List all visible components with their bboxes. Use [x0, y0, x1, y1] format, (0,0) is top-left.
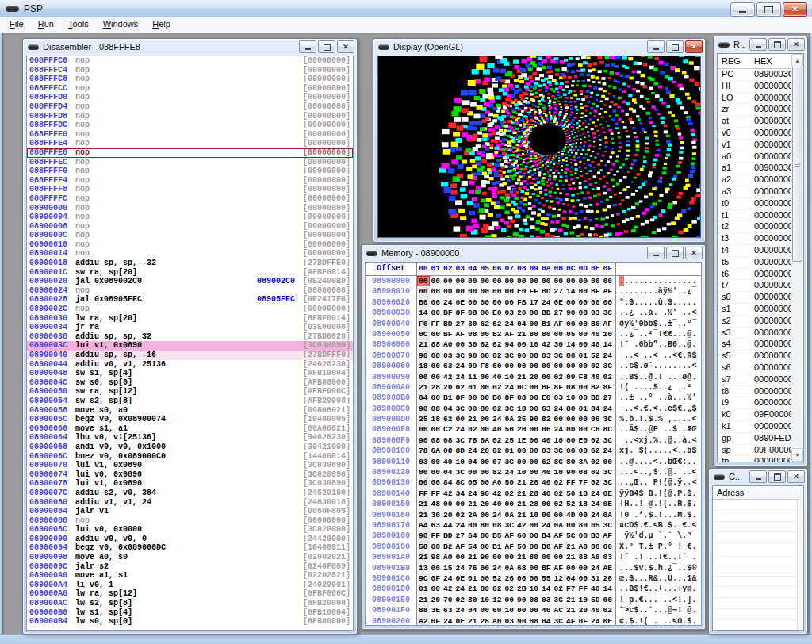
byte-cell[interactable]: 94	[504, 339, 516, 350]
byte-cell[interactable]: 00	[528, 276, 541, 286]
byte-cell[interactable]: 08	[442, 446, 454, 456]
byte-cell[interactable]: 00	[528, 319, 541, 329]
byte-cell[interactable]: 14	[540, 584, 553, 594]
byte-cell[interactable]: 90	[466, 351, 479, 361]
byte-cell[interactable]: E0	[577, 435, 590, 446]
disasm-row[interactable]: 089000AClw s2, sp[8][8FB20008]	[27, 599, 353, 608]
byte-cell[interactable]: 00	[602, 542, 615, 552]
byte-cell[interactable]: 00	[528, 361, 541, 371]
register-row[interactable]: k100000000	[718, 421, 791, 433]
byte-cell[interactable]: 90	[515, 616, 528, 627]
byte-cell[interactable]: 02	[454, 595, 467, 605]
ascii-char[interactable]: ®	[691, 563, 696, 573]
byte-cell[interactable]: 78	[417, 446, 430, 456]
byte-cell[interactable]: 01	[466, 382, 479, 393]
byte-cell[interactable]: 10	[504, 605, 516, 615]
memory-row-address[interactable]: 08900060	[366, 339, 416, 350]
disasm-row[interactable]: 08900078lui v1, 0x0890[3C030890]	[27, 479, 353, 489]
register-row[interactable]: sp09F00000	[718, 445, 791, 457]
byte-cell[interactable]: AF	[504, 329, 516, 339]
byte-cell[interactable]: 00	[504, 499, 516, 509]
byte-cell[interactable]: 00	[565, 414, 577, 424]
byte-cell[interactable]: 08	[479, 351, 492, 361]
disasm-row[interactable]: 08900070lui v1, 0x0890[3C030890]	[27, 461, 353, 470]
register-row[interactable]: t900000000	[718, 397, 791, 409]
byte-cell[interactable]: 3C	[454, 351, 467, 361]
byte-cell[interactable]: 28	[479, 446, 492, 456]
byte-cell[interactable]: 21	[466, 584, 479, 594]
disasm-row[interactable]: 08900054sw s2, sp[8][AFB20008]	[27, 397, 353, 406]
byte-cell[interactable]: 03	[442, 351, 454, 361]
byte-cell[interactable]: 02	[589, 361, 602, 371]
maximize-button[interactable]	[756, 2, 781, 17]
byte-cell[interactable]: 3C	[454, 435, 467, 446]
byte-cell[interactable]: 00	[504, 276, 516, 286]
byte-cell[interactable]: FF	[430, 489, 442, 499]
disasm-row[interactable]: 0890000Cnop[00000000]	[27, 231, 353, 240]
byte-cell[interactable]: A0	[491, 477, 504, 488]
memory-row-address[interactable]: 08900120	[366, 467, 416, 477]
byte-cell[interactable]: 00	[589, 276, 602, 286]
byte-cell[interactable]: 00	[577, 446, 590, 456]
byte-cell[interactable]: 01	[417, 584, 430, 594]
byte-cell[interactable]: 00	[417, 467, 430, 477]
byte-cell[interactable]: 03	[504, 616, 516, 627]
register-row[interactable]: t400000000	[718, 245, 791, 257]
byte-cell[interactable]: 03	[504, 308, 516, 318]
byte-cell[interactable]: 21	[515, 499, 528, 509]
byte-cell[interactable]: 00	[466, 404, 479, 414]
disasm-row[interactable]: 089000A8lw ra, sp[12][8FBF000C]	[27, 589, 353, 599]
byte-cell[interactable]: 04	[565, 573, 577, 584]
byte-cell[interactable]: AF	[504, 542, 516, 552]
byte-cell[interactable]: 00	[479, 329, 492, 339]
byte-cell[interactable]: 00	[540, 276, 553, 286]
callstack-titlebar[interactable]: C.. ✕	[709, 469, 807, 485]
byte-cell[interactable]: 24	[454, 372, 467, 382]
memory-row-address[interactable]: 08900160	[366, 510, 416, 520]
byte-cell[interactable]: 42	[515, 520, 528, 531]
byte-cell[interactable]: 21	[515, 372, 528, 382]
byte-cell[interactable]: 00	[528, 435, 541, 446]
byte-cell[interactable]: 00	[515, 457, 528, 467]
byte-cell[interactable]: 62	[479, 339, 492, 350]
byte-cell[interactable]: 00	[528, 404, 541, 414]
byte-cell[interactable]: 17	[528, 297, 541, 308]
byte-cell[interactable]: 00	[504, 595, 516, 605]
byte-cell[interactable]: 3E	[430, 605, 442, 615]
scroll-up-arrow-icon[interactable]: ▲	[791, 54, 803, 67]
byte-cell[interactable]: 40	[540, 435, 553, 446]
menu-item-tools[interactable]: Tools	[61, 17, 96, 33]
disasm-row[interactable]: 089000B4lw s0, sp[0][8FB00000]	[27, 617, 353, 627]
byte-cell[interactable]: 20	[528, 372, 541, 382]
byte-cell[interactable]: 00	[553, 414, 565, 424]
byte-cell[interactable]: 00	[417, 372, 430, 382]
byte-cell[interactable]: 3C	[602, 308, 615, 318]
register-row[interactable]: s000000000	[718, 292, 791, 304]
disasm-row[interactable]: 08900000nop[00000000]	[27, 204, 353, 213]
byte-cell[interactable]: 26	[602, 573, 615, 584]
byte-cell[interactable]: 00	[553, 361, 565, 371]
memory-row-address[interactable]: 089000C0	[366, 404, 416, 414]
byte-cell[interactable]: C6	[589, 424, 602, 435]
byte-cell[interactable]: 00	[577, 563, 590, 573]
ascii-char[interactable]: $	[691, 404, 696, 414]
byte-cell[interactable]: 28	[528, 477, 541, 488]
byte-cell[interactable]: 40	[589, 339, 602, 350]
byte-cell[interactable]: 06	[515, 573, 528, 584]
byte-cell[interactable]: 00	[479, 382, 492, 393]
disasm-row[interactable]: 088FFFE8nop[00000000]	[27, 148, 353, 158]
byte-cell[interactable]: 24	[589, 510, 602, 520]
byte-cell[interactable]: 24	[454, 584, 467, 594]
byte-cell[interactable]: 25	[417, 414, 430, 424]
byte-cell[interactable]: 12	[553, 573, 565, 584]
memory-row-address[interactable]: 08900110	[366, 457, 416, 467]
byte-cell[interactable]: 21	[515, 477, 528, 488]
byte-cell[interactable]: FF	[528, 286, 541, 297]
byte-cell[interactable]: 0A	[504, 563, 516, 573]
byte-cell[interactable]: 24	[540, 520, 553, 531]
byte-cell[interactable]: 50	[515, 542, 528, 552]
minimize-button[interactable]	[730, 2, 755, 17]
byte-cell[interactable]: 24	[504, 382, 516, 393]
byte-cell[interactable]: 40	[589, 584, 602, 594]
byte-cell[interactable]: 00	[589, 297, 602, 308]
